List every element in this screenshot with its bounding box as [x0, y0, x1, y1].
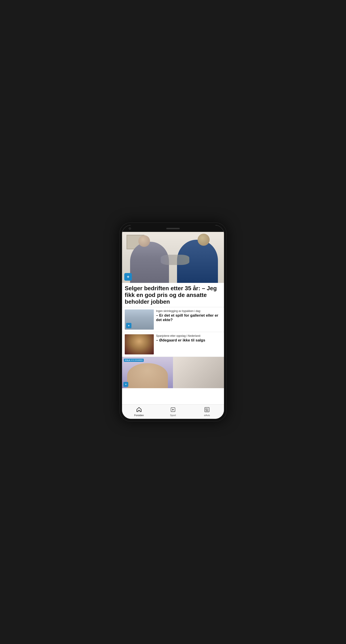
article-item-2[interactable]: Spanjolene etter oppslag i Nederland: – …: [122, 332, 224, 357]
speaker: [166, 228, 180, 229]
handshake-area: [161, 255, 189, 265]
content-area: + Selger bedriften etter 35 år: – Jeg fi…: [122, 232, 224, 404]
article-thumb-2: [125, 334, 154, 354]
grid-article-2[interactable]: [173, 357, 224, 388]
grid-article-1[interactable]: FOLK NYE DRAMMEN +: [122, 357, 173, 388]
nav-forsiden-label: Forsiden: [134, 414, 144, 416]
phone-inner: 1:54: [122, 225, 224, 419]
svg-rect-10: [206, 408, 207, 410]
nav-forsiden[interactable]: Forsiden: [122, 407, 156, 416]
main-headline-text: Selger bedriften etter 35 år: – Jeg fikk…: [125, 285, 221, 305]
hero-plus-badge: +: [124, 273, 132, 281]
hero-scene: [122, 232, 224, 283]
camera-dot: [129, 228, 131, 230]
article-item-1[interactable]: + Ingen skrinlegging av bypakken i dag: …: [122, 307, 224, 332]
phone-top-bar: [122, 225, 224, 232]
grid-thumb-1: FOLK NYE DRAMMEN +: [122, 357, 173, 388]
nav-eavis-label: eAvis: [204, 414, 210, 416]
grid1-plus-badge: +: [123, 382, 128, 387]
article-title-2: – Ødegaard er ikke til salgs: [156, 338, 221, 342]
folk-badge: FOLK NYE DRAMMEN: [124, 359, 144, 362]
main-headline[interactable]: Selger bedriften etter 35 år: – Jeg fikk…: [122, 283, 224, 307]
article1-plus-badge: +: [126, 323, 131, 328]
article-text-2: Spanjolene etter oppslag i Nederland: – …: [156, 334, 221, 342]
svg-marker-8: [172, 409, 174, 410]
thumb-soccer-image: [125, 334, 154, 354]
article-kicker-2: Spanjolene etter oppslag i Nederland:: [156, 334, 221, 338]
svg-rect-9: [205, 408, 209, 412]
person-woman: [127, 363, 168, 388]
home-icon: [136, 407, 142, 414]
article-title-1: – Er det et spill for galleriet eller er…: [156, 313, 221, 322]
person-left-head: [138, 235, 150, 247]
screen: 1:54: [122, 225, 224, 419]
article-text-1: Ingen skrinlegging av bypakken i dag: – …: [156, 310, 221, 322]
nav-sport[interactable]: Sport: [156, 407, 190, 416]
eavis-icon: [204, 407, 210, 414]
nav-eavis[interactable]: eAvis: [190, 407, 224, 416]
article-thumb-1: +: [125, 310, 154, 330]
folk-brand: FOLK: [125, 359, 131, 361]
sport-icon: [170, 407, 176, 414]
nav-sport-label: Sport: [170, 414, 176, 416]
grid-thumb-2: [173, 357, 224, 388]
article-grid: FOLK NYE DRAMMEN +: [122, 357, 224, 404]
folk-brand-sub: NYE DRAMMEN: [131, 359, 143, 361]
article-kicker-1: Ingen skrinlegging av bypakken i dag:: [156, 310, 221, 312]
phone-frame: 1:54: [119, 222, 227, 422]
hero-image[interactable]: +: [122, 232, 224, 283]
bottom-nav: Forsiden Sport: [122, 404, 224, 419]
